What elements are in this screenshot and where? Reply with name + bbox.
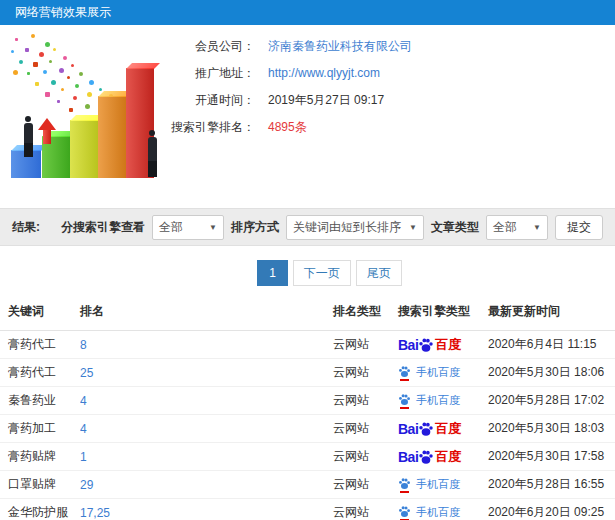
keyword-cell: 膏药加工 [0, 415, 80, 443]
mobile-baidu-label: 手机百度 [416, 479, 460, 490]
article-type-select[interactable]: 全部 ▼ [486, 215, 548, 240]
engine-type-cell: Bai百度 [398, 331, 488, 359]
info-row-url: 推广地址：http://www.qlyyjt.com [160, 60, 412, 87]
col-header-updated: 最新更新时间 [488, 295, 615, 331]
mobile-baidu-badge: 手机百度 [398, 393, 460, 409]
paw-icon [418, 337, 434, 353]
table-row: 膏药代工8云网站Bai百度2020年6月4日 11:15 [0, 331, 615, 359]
filter-bar: 结果: 分搜索引擎查看 全部 ▼ 排序方式 关键词由短到长排序 ▼ 文章类型 全… [0, 208, 615, 246]
engine-type-cell: 手机百度 [398, 499, 488, 520]
rank-count-label: 搜索引擎排名： [160, 114, 255, 141]
paw-icon [398, 393, 411, 406]
rank-link[interactable]: 1 [80, 443, 333, 471]
paw-icon [398, 477, 411, 490]
table-row: 膏药加工4云网站Bai百度2020年5月30日 18:03 [0, 415, 615, 443]
engine-type-cell: Bai百度 [398, 443, 488, 471]
promotion-url-link[interactable]: http://www.qlyyjt.com [268, 66, 380, 80]
bar-chart-clipart [5, 32, 173, 180]
submit-button[interactable]: 提交 [555, 215, 603, 240]
engine-select-value: 全部 [159, 219, 183, 236]
rank-link[interactable]: 4 [80, 415, 333, 443]
engine-type-cell: 手机百度 [398, 471, 488, 499]
updated-cell: 2020年5月30日 18:06 [488, 359, 615, 387]
rank-type-cell: 云网站 [333, 499, 398, 520]
baidu-underline-icon [400, 491, 409, 493]
growth-arrow-icon [38, 118, 56, 130]
baidu-underline-icon [400, 407, 409, 409]
chevron-down-icon: ▼ [409, 223, 417, 232]
url-label: 推广地址： [160, 60, 255, 87]
table-row: 秦鲁药业4云网站手机百度2020年5月28日 17:02 [0, 387, 615, 415]
page-header: 网络营销效果展示 [0, 0, 615, 25]
clipart-bar-orange [98, 96, 126, 178]
mobile-baidu-label: 手机百度 [416, 367, 460, 378]
mobile-baidu-badge: 手机百度 [398, 365, 460, 381]
clipart-bar-yellow [70, 120, 98, 178]
mobile-baidu-label: 手机百度 [416, 507, 460, 518]
table-row: 金华防护服17,25云网站手机百度2020年6月20日 09:25 [0, 499, 615, 520]
rank-type-cell: 云网站 [333, 443, 398, 471]
paw-icon [398, 505, 411, 518]
rank-type-cell: 云网站 [333, 471, 398, 499]
rank-type-cell: 云网站 [333, 415, 398, 443]
sort-select[interactable]: 关键词由短到长排序 ▼ [286, 215, 424, 240]
engine-select[interactable]: 全部 ▼ [152, 215, 224, 240]
next-page-button[interactable]: 下一页 [293, 260, 351, 286]
paw-icon [418, 421, 434, 437]
info-row-open-time: 开通时间：2019年5月27日 09:17 [160, 87, 412, 114]
chevron-down-icon: ▼ [209, 223, 217, 232]
results-table: 关键词 排名 排名类型 搜索引擎类型 最新更新时间 膏药代工8云网站Bai百度2… [0, 295, 615, 520]
company-label: 会员公司： [160, 33, 255, 60]
article-type-label: 文章类型 [431, 219, 479, 236]
rank-link[interactable]: 29 [80, 471, 333, 499]
col-header-keyword: 关键词 [0, 295, 80, 331]
keyword-cell: 金华防护服 [0, 499, 80, 520]
mobile-baidu-label: 手机百度 [416, 395, 460, 406]
filter-controls: 分搜索引擎查看 全部 ▼ 排序方式 关键词由短到长排序 ▼ 文章类型 全部 ▼ … [61, 215, 603, 240]
rank-type-cell: 云网站 [333, 331, 398, 359]
rank-type-cell: 云网站 [333, 359, 398, 387]
rank-link[interactable]: 4 [80, 387, 333, 415]
table-header-row: 关键词 排名 排名类型 搜索引擎类型 最新更新时间 [0, 295, 615, 331]
businessman-figure [21, 116, 35, 150]
rank-link[interactable]: 17,25 [80, 499, 333, 520]
keyword-cell: 膏药代工 [0, 359, 80, 387]
result-label: 结果: [12, 219, 40, 236]
rank-link[interactable]: 8 [80, 331, 333, 359]
article-type-select-value: 全部 [493, 219, 517, 236]
baidu-logo: Bai百度 [398, 337, 461, 353]
table-row: 口罩贴牌29云网站手机百度2020年5月28日 16:55 [0, 471, 615, 499]
member-info: 会员公司：济南秦鲁药业科技有限公司 推广地址：http://www.qlyyjt… [160, 33, 412, 141]
engine-filter-label: 分搜索引擎查看 [61, 219, 145, 236]
keyword-cell: 膏药贴牌 [0, 443, 80, 471]
table-row: 膏药代工25云网站手机百度2020年5月30日 18:06 [0, 359, 615, 387]
updated-cell: 2020年5月30日 17:58 [488, 443, 615, 471]
col-header-rank-type: 排名类型 [333, 295, 398, 331]
keyword-cell: 膏药代工 [0, 331, 80, 359]
updated-cell: 2020年6月20日 09:25 [488, 499, 615, 520]
page-button-current[interactable]: 1 [257, 260, 288, 286]
last-page-button[interactable]: 尾页 [356, 260, 402, 286]
engine-type-cell: 手机百度 [398, 387, 488, 415]
info-row-company: 会员公司：济南秦鲁药业科技有限公司 [160, 33, 412, 60]
open-time-value: 2019年5月27日 09:17 [268, 93, 384, 107]
info-section: 会员公司：济南秦鲁药业科技有限公司 推广地址：http://www.qlyyjt… [0, 25, 615, 188]
mobile-baidu-badge: 手机百度 [398, 477, 460, 493]
company-link[interactable]: 济南秦鲁药业科技有限公司 [268, 39, 412, 53]
keyword-cell: 口罩贴牌 [0, 471, 80, 499]
page-title: 网络营销效果展示 [15, 5, 111, 19]
sort-filter-label: 排序方式 [231, 219, 279, 236]
baidu-logo: Bai百度 [398, 421, 461, 437]
sort-select-value: 关键词由短到长排序 [293, 219, 401, 236]
paw-icon [418, 449, 434, 465]
updated-cell: 2020年5月28日 16:55 [488, 471, 615, 499]
keyword-cell: 秦鲁药业 [0, 387, 80, 415]
updated-cell: 2020年5月30日 18:03 [488, 415, 615, 443]
updated-cell: 2020年6月4日 11:15 [488, 331, 615, 359]
updated-cell: 2020年5月28日 17:02 [488, 387, 615, 415]
col-header-engine-type: 搜索引擎类型 [398, 295, 488, 331]
pagination: 1 下一页 尾页 [22, 260, 615, 286]
baidu-underline-icon [400, 379, 409, 381]
engine-type-cell: Bai百度 [398, 415, 488, 443]
rank-link[interactable]: 25 [80, 359, 333, 387]
